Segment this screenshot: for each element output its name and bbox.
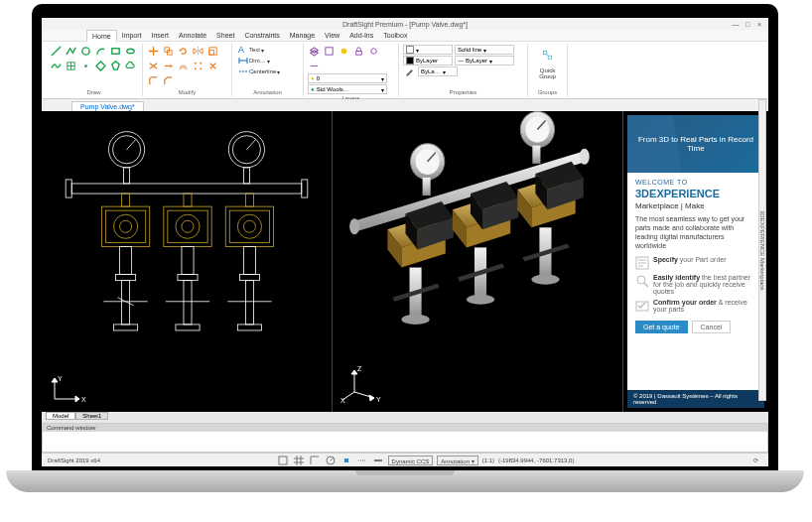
scale-icon[interactable] [206, 45, 219, 58]
tab-model[interactable]: Model [46, 412, 75, 420]
point-icon[interactable] [79, 60, 92, 72]
svg-point-101 [401, 315, 429, 325]
hatch-icon[interactable] [65, 60, 77, 72]
document-tab[interactable]: Pump Valve.dwg* [71, 101, 144, 111]
layer-freeze-icon[interactable] [338, 45, 350, 58]
offset-icon[interactable] [177, 60, 190, 72]
menu-tab-annotate[interactable]: Annotate [174, 30, 211, 42]
svg-rect-56 [225, 206, 273, 246]
layer-select[interactable]: ●0▾ [308, 73, 387, 83]
spline-icon[interactable] [50, 60, 63, 72]
layout-tabs: Model Sheet1 [42, 412, 768, 423]
svg-text:X: X [340, 397, 345, 404]
svg-rect-31 [356, 52, 362, 56]
svg-rect-55 [184, 194, 192, 206]
status-dynamic-button[interactable]: Dynamic CCS [388, 456, 434, 465]
quick-group-button[interactable]: Quick Group [532, 67, 563, 79]
quick-group-icon[interactable] [538, 45, 558, 65]
svg-text:Y: Y [58, 375, 63, 382]
svg-rect-60 [245, 194, 253, 206]
rotate-icon[interactable] [177, 45, 190, 58]
svg-rect-35 [71, 184, 302, 194]
svg-line-131 [644, 283, 648, 287]
menu-tab-import[interactable]: Import [117, 30, 147, 42]
svg-point-37 [112, 136, 140, 164]
layer-manager-icon[interactable] [308, 45, 321, 58]
status-scale: (1:1) [482, 457, 494, 463]
lineweight-select[interactable]: — ByLayer ▾ [455, 56, 514, 65]
color2-select[interactable]: ByLayer [403, 56, 453, 65]
mirror-icon[interactable] [192, 45, 204, 58]
rect-icon[interactable] [109, 45, 122, 58]
shape-icon[interactable] [109, 60, 122, 72]
svg-text:Z: Z [357, 365, 362, 372]
ribbon-group-modify: Modify [143, 44, 232, 96]
status-lwt-icon[interactable] [372, 455, 384, 466]
svg-rect-72 [243, 246, 255, 274]
circle-icon[interactable] [79, 45, 92, 58]
viewport-3d[interactable]: Z X Y [333, 111, 623, 412]
close-button[interactable]: × [754, 21, 764, 28]
menu-tab-view[interactable]: View [320, 30, 344, 42]
viewport-2d[interactable]: X Y [42, 111, 333, 412]
svg-rect-74 [245, 281, 253, 325]
centerline-button[interactable]: Centerline ▾ [236, 66, 299, 76]
menu-tab-sheet[interactable]: Sheet [211, 30, 239, 42]
status-etrack-icon[interactable] [356, 455, 368, 466]
extend-icon[interactable] [162, 60, 175, 72]
text-button[interactable]: AText ▾ [236, 45, 299, 55]
command-window[interactable]: Command window [42, 423, 768, 453]
svg-point-30 [341, 49, 347, 55]
status-esnap-icon[interactable] [340, 455, 352, 466]
tab-sheet1[interactable]: Sheet1 [75, 412, 108, 420]
status-grid-icon[interactable] [293, 455, 305, 466]
status-snap-icon[interactable] [277, 455, 289, 466]
cloud-icon[interactable] [124, 60, 137, 72]
svg-point-84 [349, 218, 359, 234]
fillet-icon[interactable] [147, 74, 160, 87]
trim-icon[interactable] [147, 60, 160, 72]
match-prop-icon[interactable] [403, 66, 416, 79]
line-icon[interactable] [50, 45, 63, 58]
layer-iso-icon[interactable] [308, 60, 321, 72]
copy-icon[interactable] [162, 45, 175, 58]
get-quote-button[interactable]: Get a quote [635, 321, 688, 333]
status-ortho-icon[interactable] [309, 455, 321, 466]
arc-icon[interactable] [94, 45, 107, 58]
maximize-button[interactable]: □ [743, 21, 752, 28]
ellipse-icon[interactable] [124, 45, 137, 58]
menu-tab-toolbox[interactable]: Toolbox [378, 30, 412, 42]
svg-point-41 [232, 136, 260, 164]
ribbon-group-label: Annotation [236, 89, 299, 95]
menu-tab-addins[interactable]: Add-Ins [344, 30, 378, 42]
linetype-select[interactable]: Solid line ▾ [455, 45, 514, 55]
window-title: DraftSight Premium - [Pump Valve.dwg*] [342, 21, 468, 28]
plot-style-select[interactable]: ByLa… ▾ [418, 66, 458, 76]
status-coords: (-19834.9944, -7601.7313,0) [498, 457, 574, 463]
chamfer-icon[interactable] [162, 74, 175, 87]
menu-tab-constraints[interactable]: Constraints [239, 30, 284, 42]
status-refresh-icon[interactable]: ⟳ [750, 455, 762, 466]
color-select[interactable]: ▾ [403, 45, 453, 55]
move-icon[interactable] [147, 45, 160, 58]
svg-point-20 [195, 67, 197, 69]
svg-rect-57 [229, 210, 269, 242]
layer-lock-icon[interactable] [352, 45, 365, 58]
minimize-button[interactable]: — [731, 21, 741, 28]
svg-point-48 [113, 214, 137, 238]
explode-icon[interactable] [206, 60, 219, 72]
dimension-button[interactable]: Dim… ▾ [236, 56, 299, 65]
layer-state-select[interactable]: ● Std Wools… ▾ [308, 84, 387, 94]
array-icon[interactable] [192, 60, 204, 72]
layer-off-icon[interactable] [367, 45, 380, 58]
status-annotation-button[interactable]: Annotation ▾ [437, 456, 477, 465]
menu-tab-home[interactable]: Home [86, 30, 117, 42]
region-icon[interactable] [94, 60, 107, 72]
status-polar-icon[interactable] [325, 455, 337, 466]
polyline-icon[interactable] [65, 45, 77, 58]
menu-tab-manage[interactable]: Manage [285, 30, 320, 42]
cancel-button[interactable]: Cancel [692, 321, 732, 333]
svg-rect-93 [532, 146, 540, 164]
layer-state-icon[interactable] [323, 45, 336, 58]
menu-tab-insert[interactable]: Insert [147, 30, 175, 42]
